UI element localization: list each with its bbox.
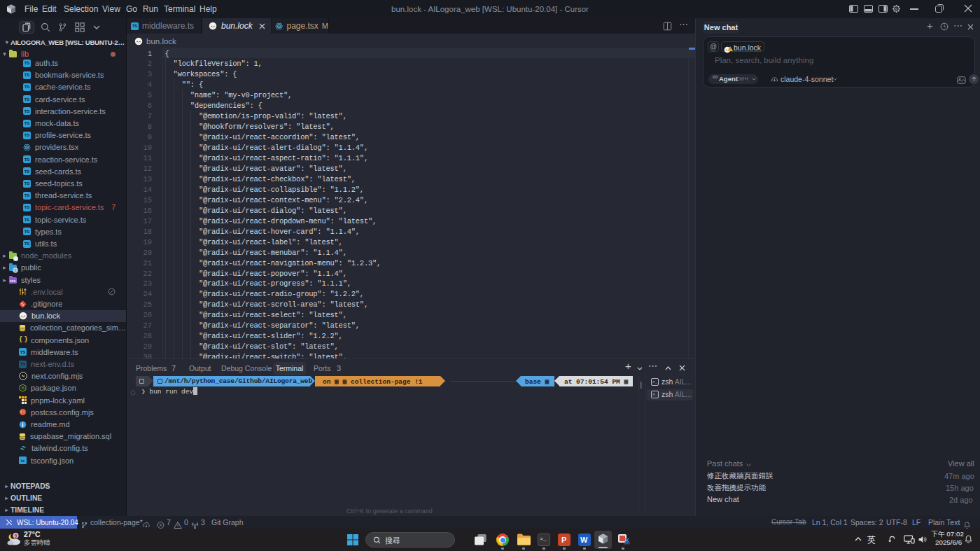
svg-text:ts: ts bbox=[21, 459, 24, 463]
svg-text:N: N bbox=[22, 374, 24, 378]
svg-text:JS: JS bbox=[21, 386, 24, 390]
svg-text:9: 9 bbox=[15, 533, 18, 538]
